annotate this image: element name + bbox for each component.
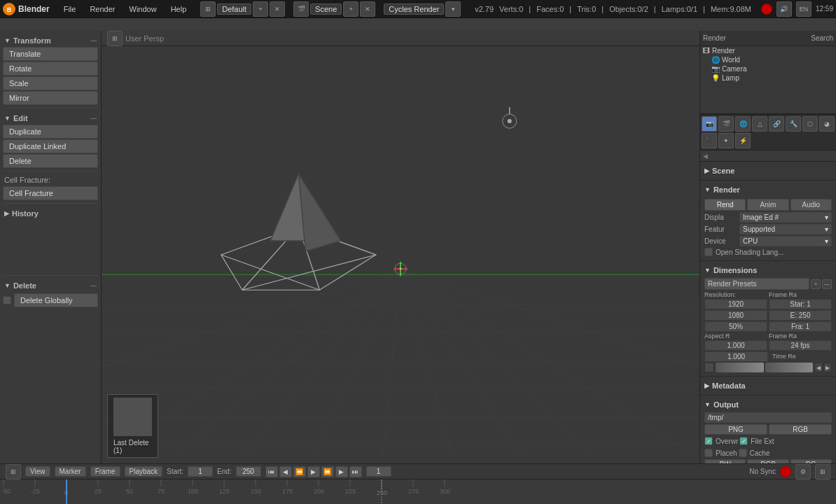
timeline-area[interactable]: -50 -25 0 25 50 75 100 125 150 175 [0, 479, 836, 504]
jump-start-btn[interactable]: ⏮ [265, 466, 278, 477]
hier-render[interactable]: 🎞 Render [700, 46, 836, 55]
obj-props-icon[interactable]: △ [752, 116, 767, 132]
delete-button[interactable]: Delete [3, 154, 98, 168]
blender-logo-icon[interactable]: B [3, 3, 15, 15]
timeline-type-icon[interactable]: ⊞ [6, 464, 21, 479]
outliner-search-btn[interactable]: Search [811, 34, 833, 42]
duplicate-button[interactable]: Duplicate [3, 125, 98, 139]
menu-window[interactable]: Window [124, 4, 162, 15]
device-value[interactable]: CPU ▾ [739, 236, 832, 246]
data-icon[interactable]: ⬡ [802, 116, 818, 132]
scene-icon[interactable]: 🎬 [293, 1, 309, 17]
render-engine-selector[interactable]: Cycles Render [384, 4, 444, 15]
next-frame-btn[interactable]: ▶ [335, 466, 348, 477]
file-ext-checkbox[interactable] [739, 437, 748, 445]
material-icon[interactable]: ◕ [819, 116, 835, 132]
color-swatch-1[interactable] [704, 363, 714, 372]
timeline-view-btn[interactable]: View [25, 466, 50, 477]
end-input[interactable] [236, 466, 261, 477]
timeline-frame-btn[interactable]: Frame [90, 466, 120, 477]
open-shading-checkbox[interactable] [704, 248, 713, 256]
viewport-inner[interactable]: Last Delete (1) [102, 46, 699, 463]
prev-keyframe-btn[interactable]: ⏪ [293, 466, 306, 477]
pct-field[interactable]: 50% [704, 321, 767, 332]
transform-section-header[interactable]: ▼ Transform — [3, 34, 98, 46]
rgb-button[interactable]: RGB [769, 424, 832, 435]
render-props-icon[interactable]: 📷 [702, 116, 717, 132]
timeline-settings-icon[interactable]: ⚙ [795, 464, 811, 479]
overwrite-checkbox[interactable] [704, 437, 713, 445]
timeline-playback-btn[interactable]: Playback [125, 466, 163, 477]
aspect-x-field[interactable]: 1.000 [704, 340, 767, 351]
timeline-marker-btn[interactable]: Marker [55, 466, 86, 477]
hier-world[interactable]: 🌐 World [700, 55, 836, 64]
audio-tab[interactable]: Audio [790, 199, 832, 211]
scene-x-icon[interactable]: ✕ [360, 1, 375, 17]
constraint-icon[interactable]: 🔗 [769, 116, 784, 132]
system-red-icon[interactable] [761, 4, 772, 15]
mirror-button[interactable]: Mirror [3, 91, 98, 105]
main-viewport[interactable]: ⊞ User Persp [102, 31, 699, 463]
delete-globally-checkbox[interactable] [3, 296, 11, 304]
fps-field[interactable]: 24 fps [769, 340, 832, 351]
next-keyframe-btn[interactable]: ⏩ [321, 466, 334, 477]
layout-grid-icon[interactable]: ⊞ [200, 1, 216, 17]
fra-field[interactable]: Fra: 1 [769, 321, 832, 332]
start-input[interactable] [188, 466, 213, 477]
system-lang-icon[interactable]: EN [796, 1, 811, 17]
dimensions-section-header[interactable]: ▼ Dimensions [704, 264, 832, 276]
menu-render[interactable]: Render [84, 4, 120, 15]
physics-icon[interactable]: ⚡ [735, 133, 751, 148]
panel-collapse-icon[interactable]: ◀ [703, 153, 708, 160]
scene-add-icon[interactable]: + [343, 1, 358, 17]
placeh-checkbox[interactable] [704, 449, 713, 457]
duplicate-linked-button[interactable]: Duplicate Linked [3, 139, 98, 153]
frame-input[interactable] [366, 466, 391, 477]
step-left-icon[interactable]: ◀ [814, 363, 823, 372]
output-section-header[interactable]: ▼ Output [704, 398, 832, 411]
jump-end-btn[interactable]: ⏭ [349, 466, 362, 477]
delete-globally-button[interactable]: Delete Globally [14, 293, 98, 307]
cell-fracture-button[interactable]: Cell Fracture [3, 186, 98, 200]
color-slider-2[interactable] [765, 363, 814, 372]
prev-frame-btn[interactable]: ◀ [279, 466, 292, 477]
aspect-y-field[interactable]: 1.000 [704, 351, 768, 362]
cache-checkbox[interactable] [739, 449, 747, 457]
scene-selector[interactable]: Scene [310, 4, 342, 15]
play-btn[interactable]: ▶ [307, 466, 320, 477]
delete-section-header[interactable]: ▼ Delete — [3, 279, 98, 291]
hier-camera[interactable]: 📷 Camera [700, 64, 836, 74]
layout-add-icon[interactable]: + [253, 1, 268, 17]
scale-button[interactable]: Scale [3, 76, 98, 90]
render-presets-button[interactable]: Render Presets [704, 278, 809, 290]
modifier-icon[interactable]: 🔧 [786, 116, 801, 132]
system-speaker-icon[interactable]: 🔊 [776, 1, 792, 17]
anim-tab[interactable]: Anim [747, 199, 788, 211]
rend-tab[interactable]: Rend [704, 199, 746, 211]
start-field[interactable]: Star: 1 [769, 299, 832, 309]
step-right-icon[interactable]: ▶ [823, 363, 832, 372]
scene-props-icon[interactable]: 🎬 [718, 116, 734, 132]
end-field[interactable]: E: 250 [769, 310, 832, 321]
particle-icon[interactable]: ✦ [718, 133, 734, 148]
display-value[interactable]: Image Ed # ▾ [739, 212, 832, 223]
render-engine-arrow[interactable]: ▾ [445, 1, 461, 17]
timeline-icon-btn[interactable]: ⊞ [815, 464, 830, 479]
presets-add-icon[interactable]: + [811, 279, 821, 289]
world-props-icon[interactable]: 🌐 [735, 116, 751, 132]
record-btn[interactable] [780, 466, 791, 477]
viewport-type-icon[interactable]: ⊞ [107, 31, 123, 46]
color-slider-1[interactable] [716, 363, 764, 372]
feature-value[interactable]: Supported ▾ [739, 224, 832, 234]
render-section-header[interactable]: ▼ Render [704, 183, 832, 196]
output-path-field[interactable]: /tmp/ [704, 412, 832, 423]
translate-button[interactable]: Translate [3, 47, 98, 61]
edit-section-header[interactable]: ▼ Edit — [3, 111, 98, 124]
layout-x-icon[interactable]: ✕ [270, 1, 285, 17]
metadata-section-header[interactable]: ▶ Metadata [704, 379, 832, 392]
scene-section-header[interactable]: ▶ Scene [704, 164, 832, 177]
texture-icon[interactable]: ⬛ [702, 133, 717, 148]
rotate-button[interactable]: Rotate [3, 62, 98, 76]
presets-remove-icon[interactable]: — [822, 279, 832, 289]
history-section-header[interactable]: ▶ History [3, 206, 98, 219]
